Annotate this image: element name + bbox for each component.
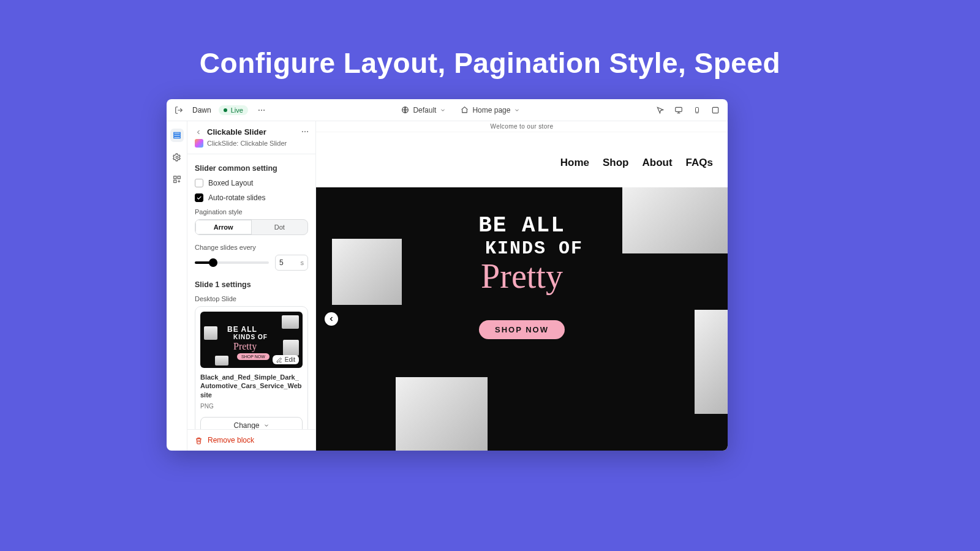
globe-icon (401, 106, 409, 114)
hero-script: Pretty (461, 257, 583, 296)
change-every-label: Change slides every (195, 244, 308, 251)
remove-block-button[interactable]: Remove block (187, 429, 315, 451)
more-icon[interactable] (255, 104, 268, 116)
autorotate-label: Auto-rotate slides (208, 193, 265, 202)
thumb-text: BE ALL (227, 325, 257, 334)
nav-faqs[interactable]: FAQs (686, 157, 713, 169)
svg-rect-14 (173, 180, 176, 182)
preview-canvas: Welcome to our store Home Shop About FAQ… (316, 121, 728, 451)
hero-line2: KINDS OF (485, 238, 583, 259)
slide-thumbnail-card: BE ALL KINDS OF Pretty SHOP NOW Edit Bla… (195, 306, 308, 429)
slide-thumbnail: BE ALL KINDS OF Pretty SHOP NOW Edit (200, 312, 303, 368)
sections-rail-icon[interactable] (170, 129, 184, 142)
autorotate-checkbox[interactable] (195, 193, 203, 202)
remove-block-label: Remove block (208, 436, 254, 444)
edit-slide-button[interactable]: Edit (273, 355, 299, 364)
svg-point-1 (261, 110, 262, 111)
status-label: Live (231, 107, 243, 114)
hero-photo-icon (396, 377, 488, 451)
app-frame: Dawn Live Default Home page (167, 99, 728, 451)
svg-point-11 (176, 156, 178, 159)
svg-rect-8 (173, 132, 180, 133)
preset-label: Default (413, 106, 436, 114)
thumb-cta: SHOP NOW (237, 353, 270, 360)
svg-point-16 (304, 131, 306, 132)
panel-more-icon[interactable] (301, 127, 309, 136)
pencil-icon (276, 357, 282, 363)
chevron-down-icon (514, 107, 520, 113)
svg-point-6 (697, 111, 698, 112)
nav-about[interactable]: About (643, 157, 673, 169)
theme-name: Dawn (192, 106, 211, 114)
svg-rect-9 (173, 135, 180, 136)
slide-file-type: PNG (200, 403, 303, 410)
svg-rect-10 (173, 137, 180, 138)
change-every-value: 5 (279, 258, 284, 267)
page-hero-title: Configure Layout, Pagination Style, Spee… (0, 0, 980, 80)
trash-icon (195, 437, 203, 444)
chevron-down-icon (440, 107, 446, 113)
svg-rect-4 (676, 107, 682, 111)
desktop-view-icon[interactable] (673, 104, 685, 116)
app-icon (195, 139, 203, 148)
thumb-photo-icon (204, 326, 217, 340)
svg-point-15 (302, 131, 303, 132)
settings-rail-icon[interactable] (170, 151, 184, 164)
thumb-text: KINDS OF (233, 334, 268, 340)
change-every-slider[interactable] (195, 261, 269, 264)
nav-rail (167, 121, 187, 451)
boxed-layout-checkbox[interactable] (195, 179, 203, 187)
slider-thumb-icon[interactable] (209, 258, 217, 267)
site-nav: Home Shop About FAQs (316, 147, 728, 181)
hero-cta-button[interactable]: SHOP NOW (479, 320, 565, 339)
topbar: Dawn Live Default Home page (167, 99, 728, 121)
hero-photo-icon (622, 187, 728, 253)
exit-icon[interactable] (173, 104, 185, 116)
pagination-arrow-option[interactable]: Arrow (195, 220, 252, 234)
thumb-photo-icon (282, 315, 299, 329)
thumb-photo-icon (215, 356, 228, 365)
nav-shop[interactable]: Shop (603, 157, 629, 169)
svg-rect-7 (712, 107, 718, 113)
chevron-down-icon (263, 422, 270, 429)
page-label: Home page (472, 106, 510, 114)
hero-line1: BE ALL (461, 213, 583, 238)
section-slide1-title: Slide 1 settings (195, 280, 308, 289)
app-attribution: ClickSlide: Clickable Slider (187, 139, 315, 154)
announcement-bar: Welcome to our store (316, 121, 728, 132)
desktop-slide-label: Desktop Slide (195, 295, 308, 302)
block-settings-panel: Clickable Slider ClickSlide: Clickable S… (187, 121, 316, 451)
edit-label: Edit (285, 356, 295, 363)
change-every-input[interactable]: 5 s (275, 255, 308, 271)
nav-home[interactable]: Home (560, 157, 589, 169)
pagination-style-segmented: Arrow Dot (195, 219, 308, 235)
app-label: ClickSlide: Clickable Slider (207, 140, 287, 147)
hero-photo-icon (332, 239, 402, 305)
inspector-icon[interactable] (654, 104, 666, 116)
chevron-left-icon (328, 315, 335, 323)
hero-photo-icon (695, 310, 728, 414)
section-common-title: Slider common setting (195, 164, 308, 173)
mobile-view-icon[interactable] (691, 104, 703, 116)
apps-rail-icon[interactable] (170, 173, 184, 186)
change-image-button[interactable]: Change (200, 417, 303, 429)
slide-file-name: Black_and_Red_Simple_Dark_Automotive_Car… (200, 373, 303, 399)
status-badge: Live (219, 105, 248, 115)
svg-rect-13 (178, 176, 180, 179)
panel-title: Clickable Slider (207, 127, 266, 137)
back-icon[interactable] (195, 129, 202, 136)
preset-selector[interactable]: Default (401, 106, 446, 114)
prev-slide-button[interactable] (325, 312, 338, 326)
fullwidth-view-icon[interactable] (709, 104, 722, 116)
thumb-text: Pretty (233, 341, 257, 352)
status-dot-icon (224, 108, 227, 112)
boxed-layout-label: Boxed Layout (208, 179, 253, 187)
svg-rect-12 (173, 176, 176, 179)
pagination-dot-option[interactable]: Dot (252, 220, 308, 234)
pagination-style-label: Pagination style (195, 208, 308, 216)
page-selector[interactable]: Home page (461, 106, 520, 114)
change-label: Change (233, 421, 259, 429)
svg-point-0 (258, 110, 260, 111)
svg-point-17 (307, 131, 308, 132)
thumb-photo-icon (283, 340, 299, 356)
